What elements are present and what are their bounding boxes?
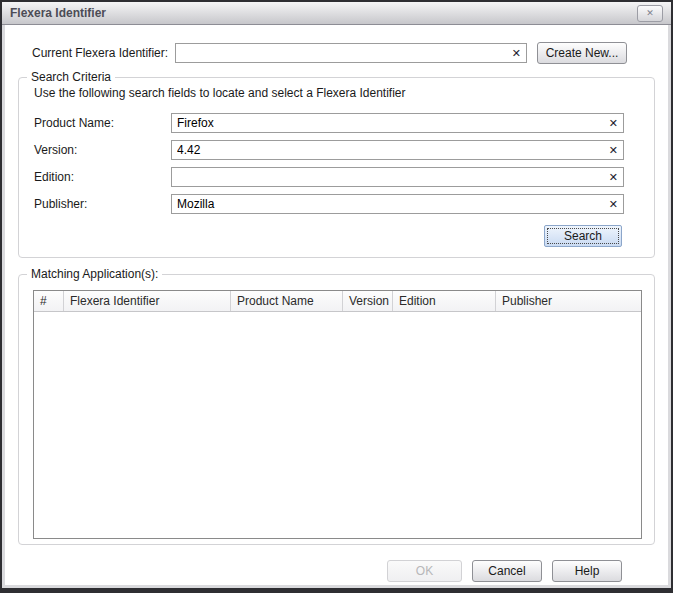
publisher-label: Publisher: <box>34 197 171 211</box>
column-header-edition[interactable]: Edition <box>393 291 496 311</box>
edition-label: Edition: <box>34 170 171 184</box>
publisher-input[interactable] <box>171 194 624 214</box>
flexera-identifier-dialog: Flexera Identifier ✕ Current Flexera Ide… <box>0 0 673 593</box>
publisher-input-wrap: ✕ <box>171 194 624 214</box>
create-new-button[interactable]: Create New... <box>537 42 627 64</box>
product-name-input[interactable] <box>171 113 624 133</box>
ok-button[interactable]: OK <box>387 560 462 582</box>
dialog-content: Current Flexera Identifier: ✕ Create New… <box>2 25 671 588</box>
version-input[interactable] <box>171 140 624 160</box>
close-icon[interactable]: ✕ <box>637 5 663 22</box>
edition-input-wrap: ✕ <box>171 167 624 187</box>
column-header-number[interactable]: # <box>34 291 64 311</box>
results-table-header: # Flexera Identifier Product Name Versio… <box>34 291 641 312</box>
current-identifier-label: Current Flexera Identifier: <box>32 46 175 60</box>
clear-icon[interactable]: ✕ <box>609 199 618 210</box>
edition-row: Edition: ✕ <box>34 167 654 187</box>
publisher-row: Publisher: ✕ <box>34 194 654 214</box>
search-criteria-groupbox: Search Criteria Use the following search… <box>18 70 655 258</box>
clear-icon[interactable]: ✕ <box>512 48 521 59</box>
current-identifier-row: Current Flexera Identifier: ✕ Create New… <box>32 42 655 64</box>
clear-icon[interactable]: ✕ <box>609 145 618 156</box>
column-header-flexera-identifier[interactable]: Flexera Identifier <box>64 291 231 311</box>
edition-input[interactable] <box>171 167 624 187</box>
version-input-wrap: ✕ <box>171 140 624 160</box>
matching-applications-legend: Matching Application(s): <box>27 267 162 281</box>
product-name-row: Product Name: ✕ <box>34 113 654 133</box>
dialog-title: Flexera Identifier <box>10 6 106 20</box>
search-instruction: Use the following search fields to locat… <box>34 86 654 100</box>
search-button[interactable]: Search <box>544 225 622 247</box>
search-button-row: Search <box>19 225 622 247</box>
clear-icon[interactable]: ✕ <box>609 118 618 129</box>
column-header-version[interactable]: Version <box>343 291 393 311</box>
current-identifier-input[interactable] <box>175 43 527 63</box>
product-name-label: Product Name: <box>34 116 171 130</box>
column-header-publisher[interactable]: Publisher <box>496 291 641 311</box>
results-table-body[interactable] <box>34 312 641 538</box>
version-row: Version: ✕ <box>34 140 654 160</box>
column-header-product-name[interactable]: Product Name <box>231 291 343 311</box>
results-table[interactable]: # Flexera Identifier Product Name Versio… <box>33 290 642 539</box>
help-button[interactable]: Help <box>552 560 622 582</box>
product-name-input-wrap: ✕ <box>171 113 624 133</box>
footer-button-row: OK Cancel Help <box>5 560 622 582</box>
clear-icon[interactable]: ✕ <box>609 172 618 183</box>
cancel-button[interactable]: Cancel <box>472 560 542 582</box>
search-criteria-legend: Search Criteria <box>27 70 115 84</box>
matching-applications-groupbox: Matching Application(s): # Flexera Ident… <box>18 267 655 545</box>
version-label: Version: <box>34 143 171 157</box>
title-bar[interactable]: Flexera Identifier ✕ <box>2 2 671 25</box>
current-identifier-input-wrap: ✕ <box>175 43 527 63</box>
